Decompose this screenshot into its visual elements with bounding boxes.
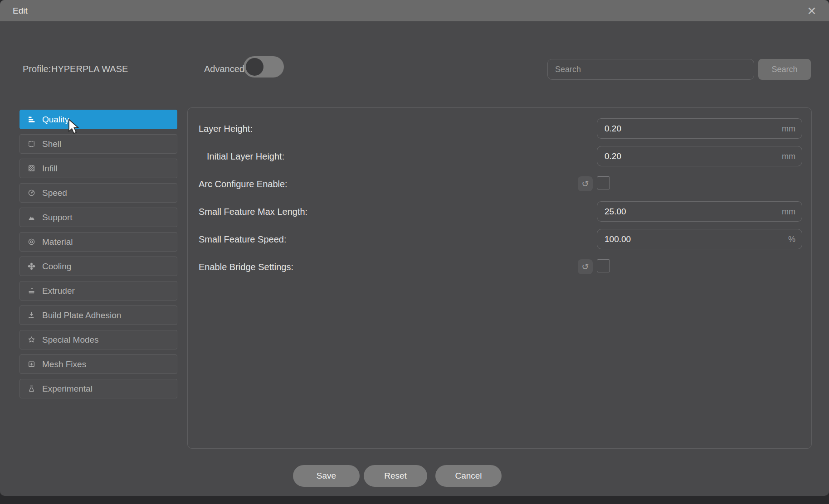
- setting-label: Small Feature Max Length:: [199, 206, 307, 217]
- adhesion-icon: [27, 311, 36, 320]
- sidebar-item-extruder[interactable]: Extruder: [20, 281, 177, 300]
- setting-label: Initial Layer Height:: [207, 151, 284, 161]
- sidebar-item-label: Cooling: [42, 262, 71, 271]
- initial-layer-height-field: mm: [597, 146, 802, 166]
- profile-value: HYPERPLA WASE: [51, 64, 128, 74]
- sidebar-item-build-plate-adhesion[interactable]: Build Plate Adhesion: [20, 305, 177, 325]
- search-button[interactable]: Search: [758, 59, 811, 80]
- setting-row-initial-layer-height: Initial Layer Height:mm: [188, 142, 811, 170]
- setting-label: Layer Height:: [199, 123, 253, 134]
- sidebar-item-speed[interactable]: Speed: [20, 183, 177, 203]
- edit-profile-dialog: Edit ✕ Profile: HYPERPLA WASE Advanced S…: [0, 0, 829, 496]
- sidebar-item-label: Extruder: [42, 286, 75, 296]
- filament-spool-icon: [27, 237, 36, 247]
- extruder-icon: [27, 286, 36, 296]
- search-input[interactable]: [547, 59, 754, 80]
- speedometer-icon: [27, 189, 36, 198]
- sidebar-item-special-modes[interactable]: Special Modes: [20, 330, 177, 349]
- setting-label: Enable Bridge Settings:: [199, 262, 293, 272]
- sidebar-item-label: Experimental: [42, 384, 93, 394]
- screen: Edit ✕ Profile: HYPERPLA WASE Advanced S…: [0, 0, 829, 504]
- sidebar-item-mesh-fixes[interactable]: Mesh Fixes: [20, 354, 177, 374]
- layers-icon: [27, 115, 36, 124]
- fan-icon: [27, 262, 36, 271]
- titlebar: Edit ✕: [0, 0, 829, 21]
- setting-row-layer-height: Layer Height:mm: [188, 115, 811, 142]
- layer-height-field: mm: [597, 118, 802, 139]
- support-icon: [27, 213, 36, 222]
- sidebar-item-label: Build Plate Adhesion: [42, 310, 121, 320]
- small-feature-max-length-input[interactable]: [597, 202, 802, 221]
- advanced-toggle-knob: [246, 58, 263, 76]
- sidebar-item-support[interactable]: Support: [20, 208, 177, 227]
- window-title: Edit: [13, 0, 28, 21]
- sidebar-item-quality[interactable]: Quality: [20, 110, 177, 129]
- setting-row-arc-configure-enable: Arc Configure Enable:↺: [188, 170, 811, 198]
- cancel-button[interactable]: Cancel: [435, 465, 502, 487]
- sidebar-item-label: Material: [42, 237, 73, 247]
- reset-button[interactable]: Reset: [364, 465, 427, 487]
- close-icon[interactable]: ✕: [804, 3, 820, 19]
- mesh-fixes-icon: [27, 360, 36, 369]
- save-button[interactable]: Save: [293, 465, 360, 487]
- setting-row-enable-bridge-settings: Enable Bridge Settings:↺: [188, 253, 811, 281]
- enable-bridge-settings-checkbox[interactable]: [597, 259, 610, 272]
- setting-label: Arc Configure Enable:: [199, 179, 288, 189]
- star-icon: [27, 335, 36, 344]
- advanced-label: Advanced: [204, 64, 244, 74]
- sidebar-item-experimental[interactable]: Experimental: [20, 379, 177, 398]
- setting-row-small-feature-max-length: Small Feature Max Length:mm: [188, 198, 811, 225]
- settings-panel: Layer Height:mmInitial Layer Height:mmAr…: [187, 107, 812, 449]
- setting-label: Small Feature Speed:: [199, 234, 286, 244]
- sidebar-item-label: Mesh Fixes: [42, 359, 86, 369]
- profile-label: Profile:: [23, 64, 51, 74]
- small-feature-speed-field: %: [597, 229, 802, 249]
- small-feature-speed-input[interactable]: [597, 229, 802, 249]
- reset-icon[interactable]: ↺: [578, 259, 593, 274]
- setting-row-small-feature-speed: Small Feature Speed:%: [188, 225, 811, 253]
- sidebar-item-material[interactable]: Material: [20, 232, 177, 252]
- sidebar-item-label: Quality: [42, 115, 69, 125]
- small-feature-max-length-field: mm: [597, 201, 802, 222]
- sidebar-item-cooling[interactable]: Cooling: [20, 257, 177, 276]
- advanced-toggle[interactable]: [244, 56, 284, 78]
- reset-icon[interactable]: ↺: [578, 176, 593, 191]
- arc-configure-enable-checkbox[interactable]: [597, 176, 610, 189]
- layer-height-input[interactable]: [597, 119, 802, 138]
- flask-icon: [27, 384, 36, 393]
- sidebar-item-infill[interactable]: Infill: [20, 159, 177, 178]
- sidebar-item-label: Support: [42, 213, 73, 223]
- sidebar-item-label: Infill: [42, 164, 58, 174]
- initial-layer-height-input[interactable]: [597, 146, 802, 166]
- shell-icon: [27, 140, 36, 149]
- infill-icon: [27, 164, 36, 173]
- sidebar-category-list: QualityShell Infill SpeedSupportMaterial…: [20, 110, 177, 403]
- sidebar-item-label: Speed: [42, 188, 67, 198]
- sidebar-item-label: Shell: [42, 139, 61, 149]
- sidebar-item-shell[interactable]: Shell: [20, 134, 177, 154]
- sidebar-item-label: Special Modes: [42, 335, 99, 345]
